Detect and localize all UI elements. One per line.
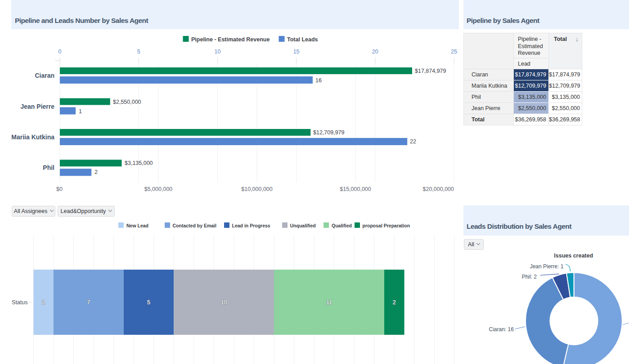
svg-text:Mariia Kutkina: Mariia Kutkina <box>11 133 54 141</box>
svg-text:22: 22 <box>410 138 416 145</box>
svg-text:1: 1 <box>79 108 82 115</box>
svg-text:7: 7 <box>87 299 90 306</box>
svg-text:$15,000,000: $15,000,000 <box>340 186 371 192</box>
svg-text:$20,000,000: $20,000,000 <box>422 186 454 192</box>
svg-text:2: 2 <box>393 299 396 306</box>
svg-text:Jean Pierre: 1: Jean Pierre: 1 <box>530 263 564 270</box>
svg-text:15: 15 <box>293 49 300 55</box>
svg-text:2: 2 <box>42 299 45 306</box>
svg-text:10: 10 <box>214 49 220 55</box>
svg-text:5: 5 <box>137 49 140 55</box>
svg-text:Phil: 2: Phil: 2 <box>522 274 537 280</box>
svg-text:Pipeline - Estimated Revenue: Pipeline - Estimated Revenue <box>191 36 270 43</box>
svg-text:0: 0 <box>58 49 62 55</box>
svg-text:$10,000,000: $10,000,000 <box>241 186 273 192</box>
svg-text:Issues created: Issues created <box>554 253 593 259</box>
svg-text:$2,550,000: $2,550,000 <box>113 99 141 105</box>
svg-text:Jean Pierre: Jean Pierre <box>21 103 55 110</box>
svg-text:$5,000,000: $5,000,000 <box>144 186 173 192</box>
svg-text:Total Leads: Total Leads <box>287 36 318 43</box>
svg-text:11: 11 <box>326 299 332 306</box>
svg-text:$12,709,979: $12,709,979 <box>313 129 345 136</box>
svg-text:Status: Status <box>12 299 27 306</box>
svg-text:16: 16 <box>315 77 322 84</box>
svg-text:20: 20 <box>372 49 378 55</box>
svg-text:5: 5 <box>147 299 150 306</box>
svg-text:$3,135,000: $3,135,000 <box>125 160 153 166</box>
svg-text:Phil: Phil <box>43 164 54 171</box>
svg-text:Ciaran: Ciaran <box>35 72 54 79</box>
svg-text:Ciaran: 16: Ciaran: 16 <box>489 326 514 333</box>
svg-text:10: 10 <box>221 299 227 306</box>
svg-text:$17,874,979: $17,874,979 <box>415 68 446 74</box>
svg-text:25: 25 <box>451 49 457 55</box>
svg-text:$0: $0 <box>56 186 63 192</box>
svg-text:2: 2 <box>94 169 98 175</box>
